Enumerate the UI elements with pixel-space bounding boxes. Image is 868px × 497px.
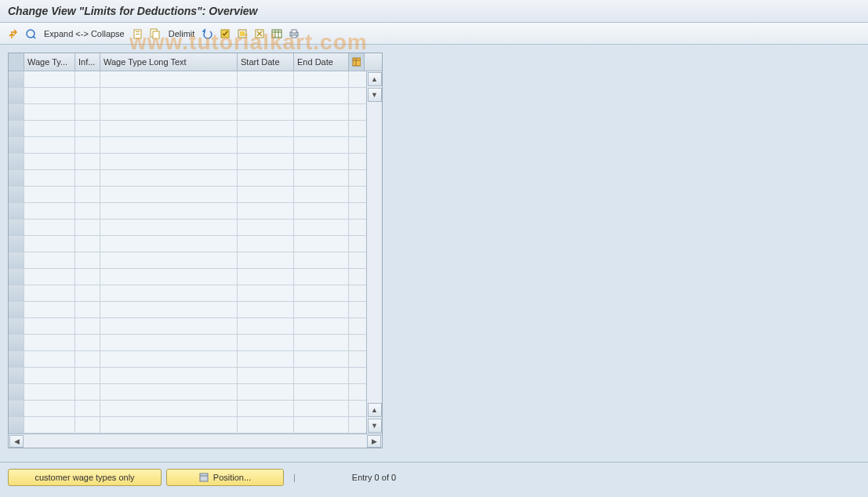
copy-as-icon[interactable] [148, 27, 162, 41]
row-selector[interactable] [9, 187, 24, 202]
col-end-date[interactable]: End Date [294, 53, 349, 71]
scroll-left-icon[interactable]: ◀ [9, 435, 24, 448]
table-row[interactable] [9, 285, 366, 302]
svg-rect-9 [240, 31, 245, 36]
table-body [9, 71, 366, 434]
toolbar: Expand <-> Collapse Delimit [0, 23, 868, 45]
table-row[interactable] [9, 236, 366, 252]
col-start-date[interactable]: Start Date [238, 53, 294, 71]
table-row[interactable] [9, 318, 366, 335]
table-row[interactable] [9, 368, 366, 384]
table-row[interactable] [9, 384, 366, 401]
row-selector[interactable] [9, 219, 24, 235]
print-icon[interactable] [287, 27, 301, 41]
select-block-icon[interactable] [235, 27, 249, 41]
table-row[interactable] [9, 401, 366, 417]
toggle-display-change-icon[interactable] [6, 27, 20, 41]
scroll-right-icon[interactable]: ▶ [367, 435, 381, 448]
row-selector[interactable] [9, 368, 24, 383]
configure-columns-icon[interactable] [349, 53, 365, 71]
hscroll-track[interactable] [24, 434, 366, 448]
other-view-icon[interactable] [24, 27, 38, 41]
svg-line-1 [33, 36, 35, 38]
svg-rect-20 [353, 58, 361, 66]
table-settings-icon[interactable] [270, 27, 284, 41]
row-selector[interactable] [9, 384, 24, 400]
table-header-row: Wage Ty... Inf... Wage Type Long Text St… [9, 53, 382, 71]
svg-rect-18 [292, 30, 296, 33]
row-selector[interactable] [9, 137, 24, 153]
table-row[interactable] [9, 104, 366, 121]
window-title: Change View "Limits for Deductions": Ove… [8, 5, 258, 17]
window-title-bar: Change View "Limits for Deductions": Ove… [0, 0, 868, 23]
row-selector[interactable] [9, 318, 24, 334]
svg-rect-23 [200, 473, 208, 481]
row-selector[interactable] [9, 401, 24, 416]
select-all-header[interactable] [9, 53, 24, 71]
table-row[interactable] [9, 137, 366, 154]
row-selector[interactable] [9, 236, 24, 252]
scroll-up-icon[interactable]: ▲ [368, 72, 382, 86]
customer-wage-types-label: customer wage types only [35, 473, 134, 482]
table-row[interactable] [9, 302, 366, 318]
row-selector[interactable] [9, 252, 24, 268]
row-selector[interactable] [9, 351, 24, 367]
data-table: Wage Ty... Inf... Wage Type Long Text St… [8, 53, 383, 448]
row-selector[interactable] [9, 417, 24, 433]
svg-rect-13 [272, 30, 281, 38]
table-row[interactable] [9, 88, 366, 104]
select-all-icon[interactable] [218, 27, 232, 41]
scroll-track[interactable] [367, 103, 382, 402]
col-wage-type-long-text[interactable]: Wage Type Long Text [100, 53, 238, 71]
col-infotype[interactable]: Inf... [75, 53, 100, 71]
content-area: Wage Ty... Inf... Wage Type Long Text St… [0, 45, 868, 456]
table-row[interactable] [9, 187, 366, 203]
position-icon [199, 473, 209, 482]
position-button[interactable]: Position... [166, 469, 284, 486]
row-selector[interactable] [9, 71, 24, 87]
svg-rect-4 [136, 34, 140, 34]
table-row[interactable] [9, 71, 366, 88]
row-selector[interactable] [9, 154, 24, 169]
svg-rect-3 [136, 31, 140, 32]
row-selector[interactable] [9, 203, 24, 219]
scroll-down2-icon[interactable]: ▼ [368, 419, 382, 433]
row-selector[interactable] [9, 302, 24, 317]
table-row[interactable] [9, 269, 366, 285]
position-label: Position... [213, 473, 251, 482]
deselect-all-icon[interactable] [252, 27, 267, 41]
table-row[interactable] [9, 170, 366, 187]
row-selector[interactable] [9, 285, 24, 301]
table-row[interactable] [9, 121, 366, 137]
row-selector[interactable] [9, 335, 24, 350]
row-selector[interactable] [9, 88, 24, 103]
row-selector[interactable] [9, 269, 24, 285]
row-selector[interactable] [9, 170, 24, 186]
vertical-scrollbar[interactable]: ▲ ▼ ▲ ▼ [366, 71, 382, 434]
table-row[interactable] [9, 351, 366, 368]
row-selector[interactable] [9, 121, 24, 136]
table-row[interactable] [9, 417, 366, 434]
footer-bar: customer wage types only Position... | E… [0, 462, 868, 497]
table-row[interactable] [9, 203, 366, 219]
entry-status: Entry 0 of 0 [352, 473, 396, 482]
table-row[interactable] [9, 335, 366, 351]
table-row[interactable] [9, 219, 366, 236]
table-row[interactable] [9, 252, 366, 269]
customer-wage-types-button[interactable]: customer wage types only [8, 469, 162, 486]
table-row[interactable] [9, 154, 366, 170]
delimit-button[interactable]: Delimit [165, 29, 198, 38]
svg-rect-19 [292, 35, 296, 38]
horizontal-scrollbar[interactable]: ◀ ▶ [9, 434, 382, 448]
scroll-up2-icon[interactable]: ▲ [368, 403, 382, 417]
undo-change-icon[interactable] [201, 27, 215, 41]
new-entries-icon[interactable] [131, 27, 145, 41]
footer-separator: | [293, 473, 296, 482]
col-wage-type[interactable]: Wage Ty... [24, 53, 75, 71]
row-selector[interactable] [9, 104, 24, 120]
expand-collapse-button[interactable]: Expand <-> Collapse [41, 29, 128, 38]
scroll-down-icon[interactable]: ▼ [368, 88, 382, 102]
svg-rect-6 [153, 31, 159, 39]
